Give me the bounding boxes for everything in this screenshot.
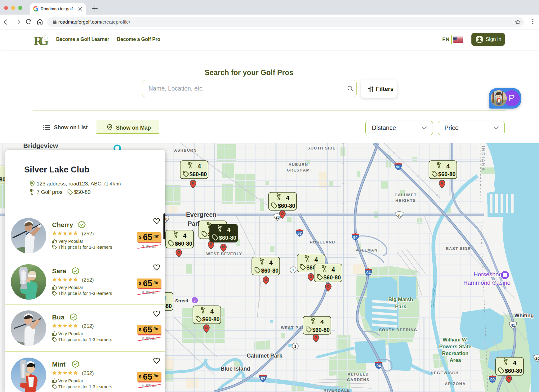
svg-text:Evergreen: Evergreen (186, 211, 216, 218)
svg-text:SOUTH SIDE: SOUTH SIDE (307, 146, 336, 150)
svg-text:Street: Street (175, 298, 189, 303)
svg-text:$60-80: $60-80 (175, 241, 192, 247)
svg-text:Calumet Park: Calumet Park (247, 353, 283, 359)
svg-text:90: 90 (490, 378, 495, 382)
svg-text:4: 4 (227, 226, 231, 233)
svg-text:4: 4 (286, 194, 290, 201)
svg-text:$60-80: $60-80 (438, 171, 456, 177)
svg-text:57: 57 (297, 231, 302, 236)
svg-text:90: 90 (396, 165, 400, 169)
svg-text:$60-80: $60-80 (505, 368, 522, 374)
svg-text:4: 4 (513, 359, 517, 366)
svg-text:4: 4 (320, 318, 324, 325)
svg-text:20: 20 (535, 356, 539, 361)
svg-text:$60-80: $60-80 (261, 268, 278, 274)
svg-text:$60-80: $60-80 (189, 171, 207, 177)
svg-text:GARDENS: GARDENS (347, 378, 369, 382)
svg-text:Whiting: Whiting (514, 313, 534, 318)
svg-text:HEIGHTS: HEIGHTS (395, 198, 416, 203)
svg-text:ALTGELD: ALTGELD (348, 372, 369, 376)
svg-text:$60-80: $60-80 (202, 316, 220, 323)
svg-text:20: 20 (275, 215, 280, 220)
svg-text:1: 1 (294, 344, 296, 349)
svg-text:CALUMET: CALUMET (394, 193, 417, 197)
svg-text:20: 20 (397, 213, 402, 217)
svg-text:Horseshoe: Horseshoe (474, 271, 502, 278)
svg-text:$60-80: $60-80 (0, 176, 6, 183)
svg-text:Blue Island: Blue Island (220, 366, 250, 372)
svg-text:RIVERDALE: RIVERDALE (323, 388, 350, 392)
svg-text:41: 41 (511, 323, 515, 327)
svg-text:WEST BEVERLY: WEST BEVERLY (206, 252, 242, 256)
svg-text:EAST SIDE: EAST SIDE (446, 247, 471, 251)
svg-text:$60-80: $60-80 (312, 327, 330, 333)
svg-text:4: 4 (183, 232, 187, 239)
svg-text:AUBURN: AUBURN (288, 163, 308, 167)
svg-text:ARIZONA: ARIZONA (445, 382, 466, 386)
svg-text:4: 4 (198, 163, 201, 170)
svg-text:Park: Park (395, 304, 407, 309)
svg-text:PULLMAN: PULLMAN (355, 248, 378, 252)
svg-text:Hammond Casino: Hammond Casino (463, 279, 510, 286)
svg-text:4: 4 (446, 163, 450, 170)
svg-text:1: 1 (292, 268, 294, 272)
svg-text:4: 4 (314, 256, 318, 263)
svg-text:Powers State: Powers State (439, 344, 471, 349)
svg-text:HEGEWISCH: HEGEWISCH (431, 371, 459, 375)
svg-text:$60-80: $60-80 (278, 203, 295, 209)
svg-text:♪: ♪ (194, 298, 196, 303)
svg-text:ROSELAND: ROSELAND (310, 240, 335, 244)
svg-text:INDIANA: INDIANA (481, 146, 486, 172)
svg-text:$60-80: $60-80 (219, 235, 236, 241)
svg-text:$60-80: $60-80 (323, 274, 341, 281)
svg-text:4: 4 (269, 259, 273, 266)
svg-text:94: 94 (376, 364, 381, 368)
svg-text:ASHBURN: ASHBURN (174, 148, 197, 153)
svg-text:Bridgeview: Bridgeview (23, 143, 58, 149)
svg-text:57: 57 (261, 377, 265, 381)
svg-text:GRESHAM: GRESHAM (287, 168, 310, 172)
svg-text:94: 94 (353, 235, 358, 240)
svg-text:William W.: William W. (443, 337, 468, 342)
svg-text:4: 4 (210, 308, 214, 315)
svg-text:SOUTH DEERING: SOUTH DEERING (379, 328, 417, 332)
svg-text:Big Marsh: Big Marsh (388, 296, 413, 302)
svg-text:4: 4 (332, 266, 335, 273)
svg-text:94: 94 (366, 271, 371, 275)
svg-text:Area: Area (450, 357, 461, 363)
svg-text:Recreation: Recreation (442, 350, 468, 356)
